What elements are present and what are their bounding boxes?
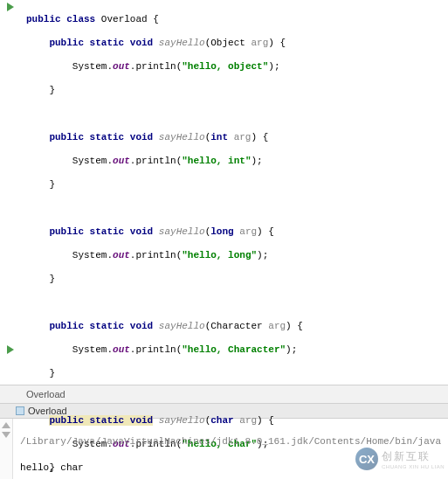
class-name: Overload <box>101 14 148 24</box>
code-text[interactable]: public class Overload { public static vo… <box>26 0 448 385</box>
watermark-brand: 创新互联 <box>382 449 445 464</box>
keyword: public static void <box>49 38 153 48</box>
console-command: /Library/Java/JavaVirtualMachines/jdk1.8… <box>20 435 441 448</box>
breadcrumb-item[interactable]: Overload <box>26 389 65 399</box>
watermark-sub: CHUANG XIN HU LIAN <box>382 464 445 469</box>
code-editor[interactable]: public class Overload { public static vo… <box>0 0 448 385</box>
console-toolbar <box>0 419 13 479</box>
run-config-icon <box>16 406 24 415</box>
run-gutter-icon[interactable] <box>7 3 14 11</box>
stack-up-icon[interactable] <box>2 422 10 428</box>
watermark-logo: CX <box>355 448 378 470</box>
stack-down-icon[interactable] <box>2 432 10 438</box>
run-config-name[interactable]: Overload <box>28 406 67 416</box>
method-name: sayHello <box>159 38 205 48</box>
keyword: public class <box>26 14 95 24</box>
run-gutter-icon[interactable] <box>7 345 14 354</box>
editor-gutter <box>0 0 26 385</box>
watermark: CX 创新互联 CHUANG XIN HU LIAN <box>355 448 445 470</box>
